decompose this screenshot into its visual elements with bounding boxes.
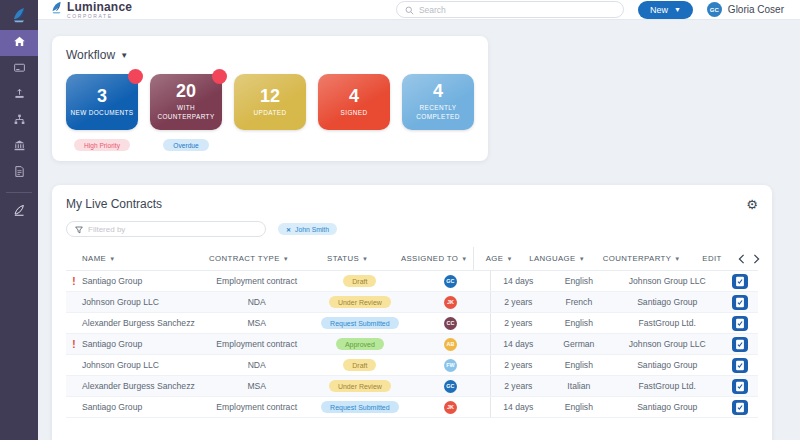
workflow-card[interactable]: 20WITH COUNTERPARTY <box>150 74 222 130</box>
sidebar-item-notes[interactable] <box>0 160 38 186</box>
workflow-tag[interactable]: Overdue <box>163 139 208 151</box>
table-row[interactable]: Johnson Group LLCNDAUnder ReviewJK2 year… <box>66 292 758 313</box>
sidebar-item-sail[interactable] <box>0 199 38 225</box>
workflow-panel: Workflow ▼ 3NEW DOCUMENTSHigh Priority20… <box>52 36 488 161</box>
notification-dot <box>128 69 143 84</box>
next-page-button[interactable] <box>753 254 760 264</box>
sidebar-item-upload[interactable] <box>0 82 38 108</box>
filter-chip[interactable]: ✕ John Smith <box>278 223 337 235</box>
cell-contract-type: MSA <box>204 376 309 396</box>
workflow-card-group: 12UPDATED <box>234 74 306 151</box>
status-pill: Request Submitted <box>321 317 399 329</box>
cell-contract-type: Employment contract <box>204 334 309 354</box>
edit-document-button[interactable] <box>732 337 748 352</box>
workflow-card-group: 4SIGNED <box>318 74 390 151</box>
workflow-card-count: 12 <box>260 87 280 106</box>
cell-edit <box>722 376 758 396</box>
cell-age: 14 days <box>490 334 545 354</box>
column-header-status[interactable]: STATUS▼ <box>299 247 396 270</box>
funnel-icon <box>75 220 83 238</box>
workflow-title-dropdown[interactable]: Workflow ▼ <box>66 48 474 62</box>
assignee-avatar: FW <box>444 359 457 372</box>
header-alert-spacer <box>66 247 82 270</box>
edit-document-button[interactable] <box>732 316 748 331</box>
new-button[interactable]: New ▼ <box>638 1 693 19</box>
cell-edit <box>722 334 758 354</box>
sort-icon: ▼ <box>461 256 467 262</box>
cell-age: 14 days <box>490 397 545 417</box>
brand: Luminance CORPORATE <box>50 0 132 19</box>
column-header-language[interactable]: LANGUAGE▼ <box>525 247 589 270</box>
brand-subtitle: CORPORATE <box>67 14 132 19</box>
card-icon <box>13 60 26 78</box>
cell-edit <box>722 313 758 333</box>
cell-contract-type: NDA <box>204 292 309 312</box>
workflow-card-count: 4 <box>349 87 359 106</box>
column-header-age[interactable]: AGE▼ <box>473 247 525 270</box>
cell-counterparty: Santiago Group <box>613 292 722 312</box>
sidebar-item-cards[interactable] <box>0 56 38 82</box>
cell-counterparty: Johnson Group LLC <box>613 271 722 291</box>
sidebar-item-org-chart[interactable] <box>0 108 38 134</box>
cell-name: Johnson Group LLC <box>82 292 204 312</box>
column-header-contract-type[interactable]: CONTRACT TYPE▼ <box>199 247 300 270</box>
cell-language: Italian <box>545 376 612 396</box>
edit-document-button[interactable] <box>732 295 748 310</box>
workflow-tag[interactable]: High Priority <box>74 139 130 151</box>
workflow-card-count: 4 <box>433 82 443 101</box>
cell-counterparty: FastGroup Ltd. <box>613 313 722 333</box>
status-pill: Approved <box>336 338 384 350</box>
cell-counterparty: Johnson Group LLC <box>613 334 722 354</box>
edit-document-button[interactable] <box>732 274 748 289</box>
row-alert-icon <box>66 355 82 375</box>
cell-status: Approved <box>309 334 410 354</box>
workflow-card-label: UPDATED <box>250 109 291 118</box>
cell-age: 2 years <box>490 376 545 396</box>
filter-bar[interactable] <box>66 221 266 237</box>
edit-document-button[interactable] <box>732 379 748 394</box>
gear-icon[interactable]: ⚙ <box>746 198 758 211</box>
cell-age: 14 days <box>490 271 545 291</box>
table-row[interactable]: Alexander Burgess SanchezzMSAUnder Revie… <box>66 376 758 397</box>
table-header: NAME▼ CONTRACT TYPE▼ STATUS▼ ASSIGNED TO… <box>66 247 758 271</box>
search-input[interactable] <box>419 5 615 15</box>
table-row[interactable]: !Santiago GroupEmployment contractDraftG… <box>66 271 758 292</box>
previous-page-button[interactable] <box>738 254 745 264</box>
workflow-card[interactable]: 4RECENTLY COMPLETED <box>402 74 474 130</box>
table-row[interactable]: Santiago GroupEmployment contractRequest… <box>66 397 758 418</box>
sidebar-divider <box>6 192 32 193</box>
column-header-assigned-to[interactable]: ASSIGNED TO▼ <box>396 247 473 270</box>
workflow-card[interactable]: 4SIGNED <box>318 74 390 130</box>
workflow-card[interactable]: 3NEW DOCUMENTS <box>66 74 138 130</box>
notes-icon <box>13 164 26 182</box>
edit-document-button[interactable] <box>732 400 748 415</box>
sidebar-item-bank[interactable] <box>0 134 38 160</box>
upload-icon <box>13 86 26 104</box>
workflow-card-group: 4RECENTLY COMPLETED <box>402 74 474 151</box>
assignee-avatar: AB <box>444 338 457 351</box>
assignee-avatar: JK <box>444 296 457 309</box>
row-alert-icon <box>66 397 82 417</box>
edit-document-button[interactable] <box>732 358 748 373</box>
cell-language: English <box>545 271 612 291</box>
column-header-name[interactable]: NAME▼ <box>82 247 199 270</box>
column-header-edit: EDIT <box>694 247 730 270</box>
search-bar[interactable] <box>396 1 624 18</box>
user-name: Gloria Coser <box>728 4 784 15</box>
cell-language: English <box>545 397 612 417</box>
sidebar <box>0 0 38 440</box>
table-row[interactable]: !Santiago GroupEmployment contractApprov… <box>66 334 758 355</box>
cell-name: Alexander Burgess Sanchezz <box>82 313 204 333</box>
sidebar-item-home[interactable] <box>0 30 38 56</box>
filter-chip-label: John Smith <box>295 226 329 233</box>
table-row[interactable]: Alexander Burgess SanchezzMSARequest Sub… <box>66 313 758 334</box>
chevron-down-icon: ▼ <box>120 51 128 60</box>
user-menu[interactable]: GC Gloria Coser <box>707 2 784 17</box>
contracts-table-body: !Santiago GroupEmployment contractDraftG… <box>66 271 758 418</box>
cell-status: Draft <box>309 355 410 375</box>
table-row[interactable]: Johnson Group LLCNDADraftFW2 yearsEnglis… <box>66 355 758 376</box>
column-header-counterparty[interactable]: COUNTERPARTY▼ <box>589 247 694 270</box>
workflow-card[interactable]: 12UPDATED <box>234 74 306 130</box>
cell-language: German <box>545 334 612 354</box>
filter-input[interactable] <box>88 225 257 234</box>
